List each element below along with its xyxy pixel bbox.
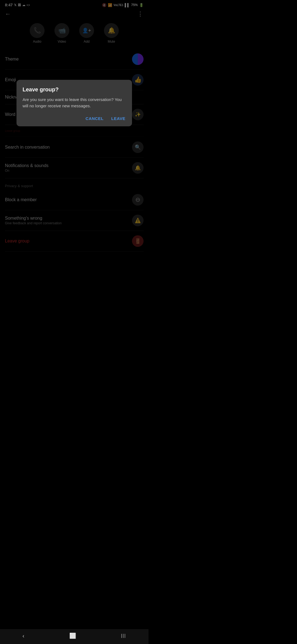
cancel-button[interactable]: CANCEL: [85, 115, 104, 122]
dialog-overlay: Leave group? Are you sure you want to le…: [0, 0, 148, 322]
dialog-title: Leave group?: [23, 86, 126, 93]
leave-group-dialog: Leave group? Are you sure you want to le…: [16, 80, 132, 126]
dialog-buttons: CANCEL LEAVE: [23, 115, 126, 122]
dialog-message: Are you sure you want to leave this conv…: [23, 97, 126, 109]
leave-button[interactable]: LEAVE: [111, 115, 126, 122]
